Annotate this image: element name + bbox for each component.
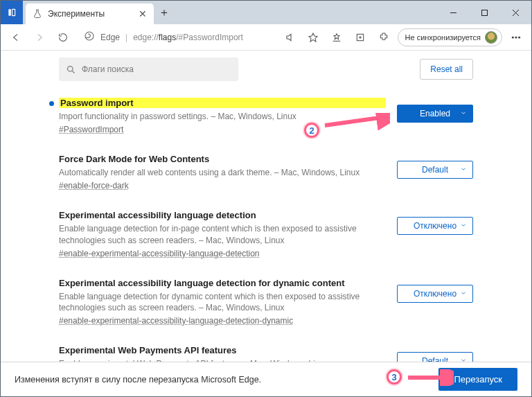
flag-info: Experimental accessibility language dete… xyxy=(59,210,386,258)
flag-anchor-link[interactable]: #enable-force-dark xyxy=(59,181,129,191)
search-row: Флаги поиска Reset all xyxy=(1,51,531,88)
svg-point-6 xyxy=(85,32,94,40)
back-button[interactable] xyxy=(6,28,26,47)
close-tab-icon[interactable]: ✕ xyxy=(139,8,147,19)
chevron-down-icon xyxy=(460,165,467,175)
flag-row: Experimental accessibility language dete… xyxy=(59,200,473,263)
select-value: Default xyxy=(422,356,448,362)
flag-title: Experimental accessibility language dete… xyxy=(59,278,386,288)
flag-anchor-link[interactable]: #enable-experimental-accessibility-langu… xyxy=(59,249,260,258)
window-close-button[interactable] xyxy=(500,1,531,24)
svg-point-16 xyxy=(68,66,73,71)
svg-marker-8 xyxy=(334,33,339,39)
flags-list: Password importImport functionality in p… xyxy=(1,88,531,362)
restart-footer: Изменения вступят в силу после перезапус… xyxy=(1,362,531,396)
sync-status-label: Не синхронизируется xyxy=(405,33,481,42)
svg-marker-7 xyxy=(309,33,317,42)
favorite-star-icon[interactable] xyxy=(303,28,323,47)
flag-title: Experimental Web Payments API features xyxy=(59,345,386,355)
modified-bullet-icon xyxy=(49,101,54,106)
flag-description: Import functionality in password setting… xyxy=(59,111,386,122)
svg-rect-1 xyxy=(12,9,15,15)
browser-tab[interactable]: Эксперименты ✕ xyxy=(26,3,154,24)
flag-info: Force Dark Mode for Web ContentsAutomati… xyxy=(59,154,386,191)
chevron-down-icon xyxy=(460,289,467,299)
collections-icon[interactable] xyxy=(351,28,370,47)
svg-point-13 xyxy=(512,36,513,37)
flask-icon xyxy=(33,9,42,19)
window-maximize-button[interactable] xyxy=(469,1,500,24)
flag-state-select[interactable]: Enabled xyxy=(397,105,473,123)
select-value: Отключено xyxy=(414,289,456,299)
restart-button[interactable]: Перезапуск xyxy=(438,368,517,391)
window-minimize-button[interactable] xyxy=(438,1,469,24)
flag-title: Password import xyxy=(59,98,386,108)
flag-anchor-link[interactable]: #enable-experimental-accessibility-langu… xyxy=(59,316,293,326)
search-icon xyxy=(66,64,76,75)
chevron-down-icon xyxy=(460,356,467,362)
flag-state-select[interactable]: Default xyxy=(397,161,473,179)
flag-state-select[interactable]: Default xyxy=(397,352,473,362)
svg-point-14 xyxy=(515,36,517,37)
select-value: Отключено xyxy=(414,221,456,231)
flag-anchor-link[interactable]: #PasswordImport xyxy=(59,125,123,134)
flag-description: Automatically render all web contents us… xyxy=(59,167,386,178)
address-prefix-label: Edge xyxy=(100,33,120,42)
reset-all-button[interactable]: Reset all xyxy=(420,59,473,80)
svg-rect-3 xyxy=(482,10,488,15)
chevron-down-icon xyxy=(460,109,467,118)
footer-message: Изменения вступят в силу после перезапус… xyxy=(15,375,438,385)
search-placeholder: Флаги поиска xyxy=(82,64,134,74)
titlebar: Эксперименты ✕ ＋ xyxy=(1,1,531,24)
flag-description: Enable language detection for in-page co… xyxy=(59,223,386,245)
tab-title: Эксперименты xyxy=(48,9,133,19)
flag-description: Enable language detection for dynamic co… xyxy=(59,291,386,313)
flag-row: Force Dark Mode for Web ContentsAutomati… xyxy=(59,144,473,196)
flag-state-select[interactable]: Отключено xyxy=(397,285,473,303)
flag-title: Force Dark Mode for Web Contents xyxy=(59,154,386,164)
favorites-list-icon[interactable] xyxy=(327,28,346,47)
extensions-icon[interactable] xyxy=(374,28,393,47)
svg-line-17 xyxy=(72,71,74,73)
toolbar: Edge | edge://flags/#PasswordImport Не с… xyxy=(1,24,531,51)
forward-button[interactable] xyxy=(30,28,49,47)
menu-button[interactable] xyxy=(506,28,526,47)
svg-rect-0 xyxy=(8,9,11,15)
flag-title: Experimental accessibility language dete… xyxy=(59,210,386,220)
address-separator: | xyxy=(125,33,127,42)
flag-row: Experimental accessibility language dete… xyxy=(59,268,473,331)
select-value: Enabled xyxy=(420,109,450,118)
select-value: Default xyxy=(422,165,448,175)
chevron-down-icon xyxy=(460,221,467,231)
annotation-marker-2: 2 xyxy=(304,123,319,138)
flag-info: Experimental Web Payments API featuresEn… xyxy=(59,345,386,362)
read-aloud-icon[interactable] xyxy=(280,28,299,47)
flags-search-input[interactable]: Флаги поиска xyxy=(59,58,238,81)
flag-row: Password importImport functionality in p… xyxy=(59,88,473,140)
annotation-marker-3: 3 xyxy=(387,369,402,385)
edge-logo-icon xyxy=(84,30,95,44)
url-text: edge://flags/#PasswordImport xyxy=(133,33,243,42)
flag-row: Experimental Web Payments API featuresEn… xyxy=(59,335,473,362)
svg-point-15 xyxy=(519,36,520,37)
refresh-button[interactable] xyxy=(53,28,73,47)
address-bar[interactable]: Edge | edge://flags/#PasswordImport xyxy=(77,28,276,47)
app-window: Эксперименты ✕ ＋ Edge | edge://flags/#Pa… xyxy=(0,0,532,397)
tab-actions-button[interactable] xyxy=(1,1,23,24)
page-content: Флаги поиска Reset all Password importIm… xyxy=(1,51,531,396)
flag-info: Password importImport functionality in p… xyxy=(59,98,386,134)
new-tab-button[interactable]: ＋ xyxy=(154,1,175,24)
profile-sync-pill[interactable]: Не синхронизируется xyxy=(398,28,502,46)
avatar-icon xyxy=(485,31,497,44)
flag-info: Experimental accessibility language dete… xyxy=(59,278,386,326)
flag-state-select[interactable]: Отключено xyxy=(397,217,473,235)
